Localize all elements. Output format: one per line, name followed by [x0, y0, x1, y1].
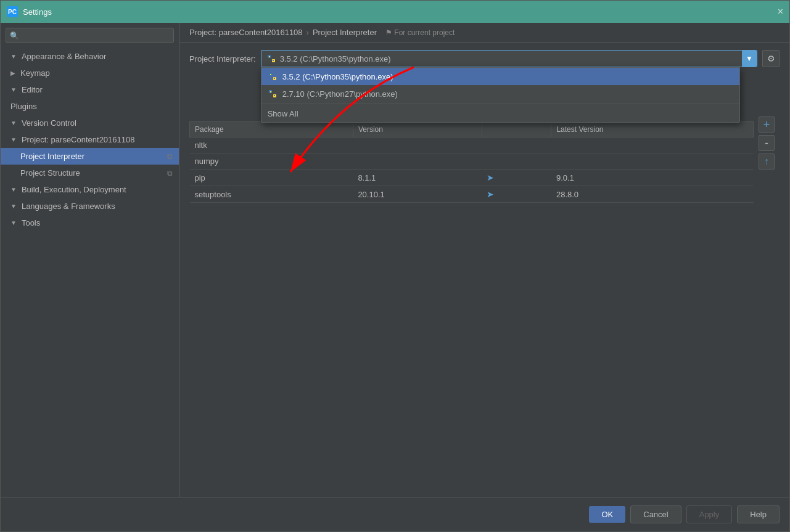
dropdown-divider	[261, 104, 739, 104]
upgrade-package-button[interactable]: ↑	[759, 153, 775, 170]
sidebar-item-appearance[interactable]: ▼ Appearance & Behavior	[1, 48, 179, 65]
interpreter-row: Project Interpreter: 3	[189, 50, 780, 67]
package-name: setuptools	[190, 186, 353, 203]
ok-button[interactable]: OK	[589, 506, 625, 523]
expand-arrow: ▼	[10, 186, 17, 193]
col-header-upgrade	[482, 122, 551, 137]
interpreter-label: Project Interpreter:	[189, 54, 256, 63]
sidebar-item-keymap[interactable]: ▶ Keymap	[1, 65, 179, 81]
package-version	[353, 137, 482, 153]
breadcrumb-project: Project: parseContent20161108	[189, 28, 303, 37]
table-row: pip 8.1.1 ➤ 9.0.1	[190, 170, 754, 186]
sidebar-item-languages[interactable]: ▼ Languages & Frameworks	[1, 198, 179, 215]
packages-area: Package Version Latest Version nltk	[189, 117, 780, 203]
sidebar-item-label: Plugins	[10, 102, 37, 111]
titlebar: PC Settings ×	[1, 1, 789, 23]
svg-rect-7	[274, 78, 275, 79]
sidebar-item-label: Project Interpreter	[20, 152, 84, 161]
window-title: Settings	[23, 7, 52, 17]
package-name: nltk	[190, 137, 353, 153]
help-button[interactable]: Help	[737, 505, 780, 523]
svg-rect-11	[274, 95, 275, 96]
search-input[interactable]	[6, 28, 174, 43]
package-version	[353, 153, 482, 170]
upgrade-arrow-icon: ➤	[487, 189, 494, 199]
sidebar-item-label: Languages & Frameworks	[22, 202, 115, 211]
dropdown-option-py352[interactable]: 3.5.2 (C:\Python35\python.exe)	[261, 68, 739, 85]
sidebar-item-label: Tools	[22, 218, 40, 227]
expand-arrow: ▼	[10, 86, 17, 93]
sidebar-item-project[interactable]: ▼ Project: parseContent20161108	[1, 131, 179, 148]
sidebar-item-project-interpreter[interactable]: Project Interpreter ⧉	[1, 148, 179, 165]
interpreter-select-box[interactable]: 3.5.2 (C:\Python35\python.exe) ▼	[261, 50, 757, 67]
dropdown-option-label: 2.7.10 (C:\Python27\python.exe)	[282, 89, 398, 99]
sidebar-item-project-structure[interactable]: Project Structure ⧉	[1, 165, 179, 181]
sidebar-item-label: Keymap	[20, 68, 50, 78]
expand-arrow: ▼	[10, 136, 17, 143]
expand-arrow: ▼	[10, 219, 17, 226]
sidebar-item-editor[interactable]: ▼ Editor	[1, 81, 179, 98]
sidebar-item-version-control[interactable]: ▼ Version Control	[1, 115, 179, 131]
table-row: numpy	[190, 153, 754, 170]
packages-table-wrap: Package Version Latest Version nltk	[189, 117, 754, 203]
latest-version	[551, 137, 754, 153]
expand-arrow: ▼	[10, 203, 17, 210]
latest-version: 28.8.0	[551, 186, 754, 203]
sidebar-item-label: Version Control	[22, 118, 76, 128]
titlebar-left: PC Settings	[7, 6, 52, 17]
main-panel: Project: parseContent20161108 › Project …	[179, 23, 789, 497]
col-header-latest: Latest Version	[551, 122, 754, 137]
svg-rect-2	[269, 56, 270, 57]
interpreter-value: 3.5.2 (C:\Python35\python.exe)	[280, 54, 391, 63]
copy-icon: ⧉	[167, 169, 173, 178]
dropdown-option-py2710[interactable]: 2.7.10 (C:\Python27\python.exe)	[261, 85, 739, 102]
show-all-option[interactable]: Show All	[261, 105, 739, 122]
settings-window: PC Settings × 🔍 ▼ Appearance & Behavior …	[0, 0, 790, 532]
apply-button[interactable]: Apply	[686, 505, 733, 523]
add-package-button[interactable]: +	[759, 117, 775, 133]
svg-rect-6	[270, 74, 271, 75]
search-box: 🔍	[6, 28, 174, 43]
copy-icon: ⧉	[167, 152, 173, 161]
python-icon	[266, 54, 276, 63]
packages-table: Package Version Latest Version nltk	[189, 121, 754, 203]
breadcrumb-tag: ⚑ For current project	[385, 28, 455, 37]
close-button[interactable]: ×	[778, 6, 783, 17]
panel-content: Project Interpreter: 3	[179, 43, 789, 497]
app-icon: PC	[7, 6, 18, 17]
sidebar-item-build[interactable]: ▼ Build, Execution, Deployment	[1, 181, 179, 198]
sidebar-item-label: Project: parseContent20161108	[22, 135, 135, 144]
package-name: numpy	[190, 153, 353, 170]
table-row: setuptools 20.10.1 ➤ 28.8.0	[190, 186, 754, 203]
latest-version: 9.0.1	[551, 170, 754, 186]
sidebar: 🔍 ▼ Appearance & Behavior ▶ Keymap ▼ Edi…	[1, 23, 179, 497]
expand-arrow: ▼	[10, 53, 17, 60]
interpreter-dropdown: 3.5.2 (C:\Python35\python.exe)	[261, 67, 740, 123]
sidebar-item-plugins[interactable]: Plugins	[1, 98, 179, 115]
svg-rect-10	[270, 91, 271, 92]
sidebar-item-tools[interactable]: ▼ Tools	[1, 215, 179, 231]
content-area: 🔍 ▼ Appearance & Behavior ▶ Keymap ▼ Edi…	[1, 23, 789, 497]
dropdown-arrow[interactable]: ▼	[742, 51, 757, 67]
latest-version	[551, 153, 754, 170]
sidebar-item-label: Editor	[22, 85, 43, 94]
cancel-button[interactable]: Cancel	[630, 505, 681, 523]
python-icon-option1	[268, 72, 278, 81]
action-buttons: + - ↑	[754, 117, 780, 203]
interpreter-select-wrap: 3.5.2 (C:\Python35\python.exe) ▼	[261, 50, 757, 67]
table-row: nltk	[190, 137, 754, 153]
footer: OK Cancel Apply Help	[1, 497, 789, 531]
python-icon-option2	[268, 89, 278, 99]
sidebar-item-label: Appearance & Behavior	[22, 52, 106, 61]
breadcrumb-current: Project Interpreter	[313, 28, 377, 37]
col-header-version: Version	[353, 122, 482, 137]
sidebar-item-label: Build, Execution, Deployment	[22, 185, 126, 194]
package-version: 20.10.1	[353, 186, 482, 203]
sidebar-item-label: Project Structure	[20, 168, 80, 178]
expand-arrow: ▼	[10, 120, 17, 126]
package-name: pip	[190, 170, 353, 186]
remove-package-button[interactable]: -	[759, 135, 775, 151]
gear-button[interactable]: ⚙	[762, 50, 780, 67]
package-version: 8.1.1	[353, 170, 482, 186]
upgrade-arrow-cell: ➤	[482, 170, 551, 186]
